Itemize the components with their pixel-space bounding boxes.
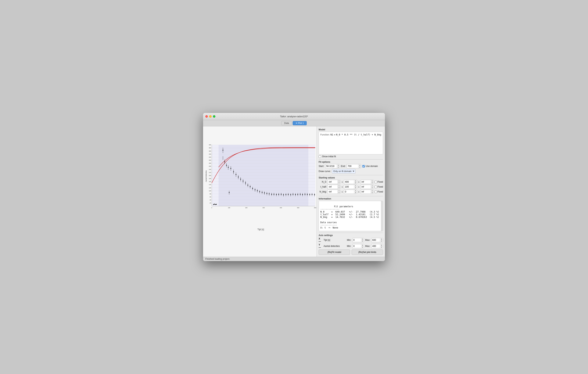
show-initial-checkbox[interactable] — [319, 155, 321, 158]
y-min-spinbox[interactable]: ▲ ▼ — [352, 244, 364, 248]
param-n0-min-down[interactable]: ▼ — [337, 182, 340, 184]
y-min-down[interactable]: ▼ — [361, 246, 364, 248]
param-nbkg-val-arrows: ▲ ▼ — [354, 190, 357, 194]
param-nbkg-fixed-checkbox[interactable] — [375, 191, 377, 193]
svg-text:100: 100 — [228, 207, 230, 209]
param-n0-val-down[interactable]: ▼ — [354, 182, 357, 184]
param-n0-min-up[interactable]: ▲ — [337, 180, 340, 182]
y-max-down[interactable]: ▼ — [380, 246, 383, 248]
param-thalf-max-arrows: ▲ ▼ — [371, 185, 374, 189]
param-nbkg-min-down[interactable]: ▼ — [337, 192, 340, 194]
param-nbkg-max-up[interactable]: ▲ — [371, 190, 374, 192]
param-thalf-min-input[interactable] — [327, 185, 337, 189]
svg-point-102 — [264, 192, 265, 193]
param-thalf-fixed-checkbox[interactable] — [375, 186, 377, 188]
minimize-button[interactable] — [209, 115, 212, 118]
y-min-up[interactable]: ▲ — [361, 244, 364, 246]
param-nbkg-max-down[interactable]: ▼ — [371, 192, 374, 194]
param-thalf-max-spinbox[interactable]: ▲ ▼ — [361, 185, 374, 189]
starting-values-label: Starting values — [319, 176, 383, 179]
y-max-input[interactable] — [371, 245, 380, 248]
x-min-spinbox[interactable]: ▲ ▼ — [352, 238, 364, 242]
reset-plot-button[interactable]: (Re)Set plot limits — [352, 249, 383, 255]
le-sym-3: ≤ — [341, 185, 343, 188]
param-nbkg-min-arrows: ▲ ▼ — [337, 190, 340, 194]
param-thalf-max-down[interactable]: ▼ — [371, 187, 374, 189]
x-min-input[interactable] — [353, 238, 361, 242]
svg-point-114 — [278, 194, 279, 195]
param-nbkg-min-spinbox[interactable]: ▲ ▼ — [327, 190, 340, 194]
fixed-label-1: Fixed — [378, 185, 383, 188]
svg-text:600: 600 — [314, 207, 316, 209]
y-max-up[interactable]: ▲ — [380, 244, 383, 246]
end-input[interactable] — [347, 164, 358, 168]
param-nbkg-val-up[interactable]: ▲ — [354, 190, 357, 192]
param-thalf-val-up[interactable]: ▲ — [354, 185, 357, 187]
param-nbkg-max-spinbox[interactable]: ▲ ▼ — [361, 190, 374, 194]
svg-point-86 — [245, 183, 246, 183]
draw-curve-select[interactable]: Only on fit domain Full range — [332, 169, 356, 173]
param-nbkg-val-spinbox[interactable]: ▲ ▼ — [344, 190, 357, 194]
x-min-up[interactable]: ▲ — [361, 238, 364, 240]
param-thalf-max-input[interactable] — [361, 185, 371, 189]
end-down-arrow[interactable]: ▼ — [358, 166, 361, 168]
param-n0-min-input[interactable] — [327, 180, 337, 184]
chart-container: 400 380 360 340 320 300 280 260 240 220 … — [205, 128, 316, 227]
information-box: Fit parameters -------------- N_0 = 649.… — [319, 201, 383, 231]
param-n0-val-up[interactable]: ▲ — [354, 180, 357, 182]
param-nbkg-max-input[interactable] — [361, 190, 371, 193]
y-max-spinbox[interactable]: ▲ ▼ — [371, 244, 383, 248]
info-scrollbar[interactable] — [381, 201, 383, 231]
svg-point-76 — [236, 174, 236, 175]
x-min-down[interactable]: ▼ — [361, 240, 364, 242]
param-nbkg-min-input[interactable] — [327, 190, 337, 193]
y-min-input[interactable] — [353, 245, 361, 248]
param-n0-max-up[interactable]: ▲ — [371, 180, 374, 182]
param-thalf-val-input[interactable] — [344, 185, 354, 189]
param-n0-fixed-checkbox[interactable] — [375, 181, 377, 183]
tab-plot1[interactable]: ✕ Plot 1 — [293, 121, 307, 125]
param-thalf-val-spinbox[interactable]: ▲ ▼ — [344, 185, 357, 189]
x-max-input[interactable] — [371, 238, 380, 242]
start-spinbox[interactable]: ▲ ▼ — [325, 164, 340, 168]
param-thalf-val-down[interactable]: ▼ — [354, 187, 357, 189]
param-n0-max-down[interactable]: ▼ — [371, 182, 374, 184]
svg-point-56 — [214, 204, 215, 205]
x-max-spinbox[interactable]: ▲ ▼ — [371, 238, 383, 242]
svg-text:240: 240 — [209, 169, 211, 170]
svg-point-124 — [290, 194, 291, 195]
svg-point-110 — [273, 194, 274, 195]
close-button[interactable] — [205, 115, 208, 118]
param-n0-min-spinbox[interactable]: ▲ ▼ — [327, 180, 340, 184]
maximize-button[interactable] — [213, 115, 215, 118]
param-n0-max-input[interactable] — [361, 180, 371, 184]
start-label: Start: — [319, 165, 324, 168]
end-up-arrow[interactable]: ▲ — [358, 164, 361, 166]
end-arrows: ▲ ▼ — [358, 164, 361, 168]
start-input[interactable] — [326, 164, 337, 168]
param-thalf-min-down[interactable]: ▼ — [337, 187, 340, 189]
param-thalf-max-up[interactable]: ▲ — [371, 185, 374, 187]
use-domain-checkbox[interactable] — [362, 165, 365, 168]
traffic-lights — [205, 115, 215, 118]
param-nbkg-val-down[interactable]: ▼ — [354, 192, 357, 194]
param-nbkg-fixed: Fixed — [375, 190, 383, 193]
param-n0-val-input[interactable] — [344, 180, 354, 184]
param-nbkg-val-input[interactable] — [344, 190, 354, 193]
x-max-down[interactable]: ▼ — [380, 240, 383, 242]
end-spinbox[interactable]: ▲ ▼ — [347, 164, 361, 168]
param-thalf-min-up[interactable]: ▲ — [337, 185, 340, 187]
param-n0-max-spinbox[interactable]: ▲ ▼ — [361, 180, 374, 184]
param-n0-val-spinbox[interactable]: ▲ ▼ — [344, 180, 357, 184]
start-up-arrow[interactable]: ▲ — [337, 164, 340, 166]
tab-data[interactable]: Data — [281, 121, 292, 125]
start-down-arrow[interactable]: ▼ — [337, 166, 340, 168]
function-eq: = — [334, 133, 335, 136]
param-nbkg-min-up[interactable]: ▲ — [337, 190, 340, 192]
fixed-label-0: Fixed — [378, 181, 383, 183]
refit-button[interactable]: (Re)Fit model — [319, 249, 350, 255]
svg-point-70 — [228, 167, 229, 168]
param-thalf-min-spinbox[interactable]: ▲ ▼ — [327, 185, 340, 189]
x-max-up[interactable]: ▲ — [380, 238, 383, 240]
function-name: N1 — [330, 133, 333, 136]
